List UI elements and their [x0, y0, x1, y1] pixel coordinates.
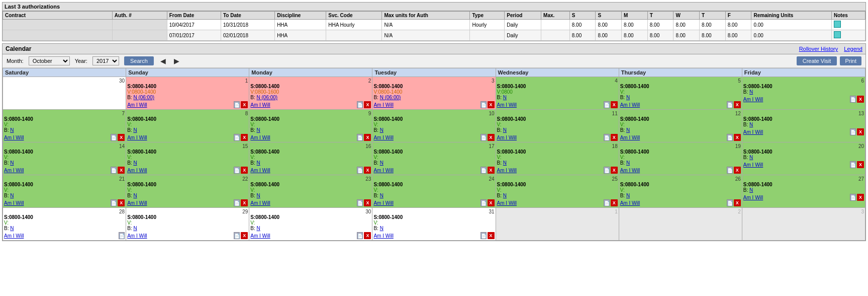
doc-icon[interactable]: 📄 [480, 199, 487, 206]
delete-visit-button[interactable]: X [364, 199, 371, 206]
visit-time[interactable]: S:0800-1400 [250, 182, 371, 187]
visit-time[interactable]: S:0800-1400 [620, 84, 741, 89]
am-i-will-link[interactable]: Am I Will [373, 168, 393, 173]
b-n-link[interactable]: N [503, 95, 507, 100]
b-n-link[interactable]: N [10, 226, 14, 231]
visit-time[interactable]: S:0800-1400 [250, 149, 371, 155]
doc-icon[interactable]: 📄 [111, 167, 117, 174]
visit-time[interactable]: S:0800-1400 [373, 84, 494, 89]
b-n-link[interactable]: N [257, 160, 260, 166]
doc-icon[interactable]: 📄 [234, 167, 240, 174]
doc-icon[interactable]: 📄 [357, 167, 363, 174]
doc-icon[interactable]: 📄 [111, 199, 117, 206]
am-i-will-link[interactable]: Am I Will [743, 129, 763, 135]
doc-icon[interactable]: 📄 [850, 96, 856, 103]
b-link[interactable]: N (06:00) [257, 95, 278, 100]
am-i-will-link[interactable]: Am I Will [127, 135, 147, 140]
visit-time[interactable]: S:0800-1400 [4, 214, 125, 220]
next-month-button[interactable]: ▶ [172, 57, 181, 65]
delete-visit-button[interactable]: X [241, 134, 248, 141]
delete-visit-button[interactable]: X [118, 167, 125, 174]
delete-visit-button[interactable]: X [611, 101, 618, 108]
delete-visit-button[interactable]: X [611, 134, 618, 141]
b-n-link[interactable]: N [257, 226, 260, 231]
doc-icon[interactable]: 📄 [357, 101, 363, 108]
visit-time[interactable]: S:0800-1400 [127, 182, 248, 187]
delete-visit-button[interactable]: X [734, 101, 741, 108]
b-n-link[interactable]: N [257, 127, 260, 133]
doc-icon[interactable]: 📄 [357, 199, 363, 206]
doc-icon[interactable]: 📄 [850, 194, 856, 201]
visit-time[interactable]: S:0800-1400 [127, 84, 248, 89]
am-i-will-link[interactable]: Am I Will [743, 97, 763, 102]
visit-time[interactable]: S:0800-1400 [373, 149, 494, 155]
am-i-will-link[interactable]: Am I Will [127, 168, 147, 173]
b-link[interactable]: N (06:00) [133, 95, 154, 100]
doc-icon[interactable]: 📄 [480, 101, 487, 108]
visit-time[interactable]: S:0800-1400 [127, 214, 248, 220]
delete-visit-button[interactable]: X [857, 128, 864, 135]
b-n-link[interactable]: N [626, 160, 630, 166]
doc-icon[interactable]: 📄 [727, 199, 733, 206]
create-visit-button[interactable]: Create Visit [797, 56, 837, 65]
doc-icon[interactable]: 📄 [480, 232, 487, 239]
am-i-will-link[interactable]: Am I Will [620, 200, 640, 206]
b-n-link[interactable]: N [626, 193, 630, 198]
am-i-will-link[interactable]: Am I Will [620, 102, 640, 108]
doc-icon[interactable]: 📄 [604, 134, 610, 141]
delete-visit-button[interactable]: X [118, 134, 125, 141]
visit-time[interactable]: S:0800-1400 [497, 116, 618, 122]
delete-visit-button[interactable]: X [611, 167, 618, 174]
delete-visit-button[interactable]: X [364, 101, 371, 108]
delete-visit-button[interactable]: X [118, 199, 125, 206]
delete-visit-button[interactable]: X [241, 232, 248, 239]
visit-time[interactable]: S:0800-1400 [250, 116, 371, 122]
am-i-will-link[interactable]: Am I Will [250, 200, 270, 206]
visit-time[interactable]: S:0800-1400 [743, 149, 864, 155]
b-n-link[interactable]: N [133, 160, 137, 166]
doc-icon[interactable]: 📄 [234, 134, 240, 141]
delete-visit-button[interactable]: X [364, 232, 371, 239]
am-i-will-link[interactable]: Am I Will [250, 233, 270, 239]
b-n-link[interactable]: N [380, 160, 383, 166]
am-i-will-link[interactable]: Am I Will [620, 135, 640, 140]
am-i-will-link[interactable]: Am I Will [250, 135, 270, 140]
auth-notes-icon-1[interactable] [832, 30, 865, 41]
am-i-will-link[interactable]: Am I Will [497, 200, 517, 206]
b-n-link[interactable]: N [10, 127, 14, 133]
doc-icon[interactable]: 📄 [234, 199, 240, 206]
visit-time[interactable]: S:0800-1400 [743, 116, 864, 122]
doc-icon[interactable]: 📄 [727, 134, 733, 141]
visit-time[interactable]: S:0800-1400 [373, 214, 494, 220]
visit-time[interactable]: S:0800-1400 [250, 214, 371, 220]
delete-visit-button[interactable]: X [734, 167, 741, 174]
auth-notes-icon-0[interactable] [832, 20, 865, 30]
doc-icon[interactable]: 📄 [234, 101, 240, 108]
print-button[interactable]: Print [840, 56, 861, 65]
visit-time[interactable]: S:0800-1400 [127, 116, 248, 122]
delete-visit-button[interactable]: X [364, 134, 371, 141]
legend-link[interactable]: Legend [844, 46, 862, 52]
b-n-link[interactable]: N [133, 193, 137, 198]
b-n-link[interactable]: N [749, 187, 753, 193]
rollover-history-link[interactable]: Rollover History [799, 46, 838, 52]
delete-visit-button[interactable]: X [488, 232, 495, 239]
delete-visit-button[interactable]: X [488, 101, 495, 108]
am-i-will-link[interactable]: Am I Will [497, 135, 517, 140]
doc-icon[interactable]: 📄 [604, 199, 610, 206]
b-n-link[interactable]: N [380, 193, 383, 198]
b-n-link[interactable]: N [749, 89, 753, 95]
delete-visit-button[interactable]: X [364, 167, 371, 174]
visit-time[interactable]: S:0800-1400 [620, 149, 741, 155]
visit-time[interactable]: S:0800-1400 [743, 182, 864, 187]
am-i-will-link[interactable]: Am I Will [250, 102, 270, 108]
b-n-link[interactable]: N [749, 155, 753, 160]
am-i-will-link[interactable]: Am I Will [373, 200, 393, 206]
b-n-link[interactable]: N [10, 193, 14, 198]
prev-month-button[interactable]: ◀ [159, 57, 167, 65]
doc-icon[interactable]: 📄 [234, 232, 240, 239]
delete-visit-button[interactable]: X [488, 199, 495, 206]
b-n-link[interactable]: N [133, 226, 137, 231]
am-i-will-link[interactable]: Am I Will [127, 102, 147, 108]
delete-visit-button[interactable]: X [857, 161, 864, 168]
